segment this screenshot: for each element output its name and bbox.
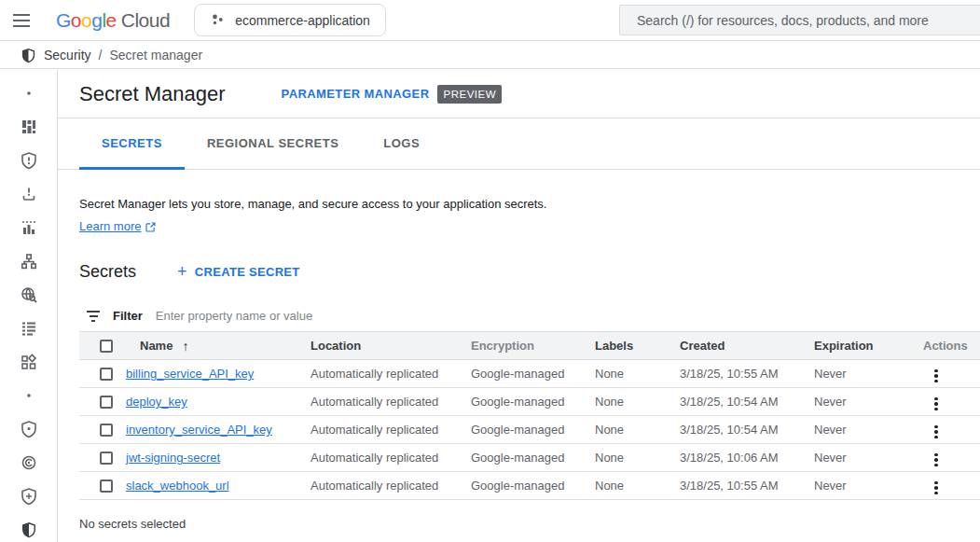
- select-all-checkbox[interactable]: [100, 340, 113, 353]
- create-secret-label: CREATE SECRET: [195, 265, 300, 279]
- secret-manager-shield-icon[interactable]: [0, 513, 58, 542]
- column-header-expiration[interactable]: Expiration: [814, 332, 923, 360]
- cell-labels: None: [595, 360, 680, 388]
- globe-search-icon[interactable]: [0, 278, 58, 312]
- breadcrumb-separator: /: [99, 48, 103, 63]
- cell-created: 3/18/25, 10:55 AM: [680, 360, 814, 388]
- cell-location: Automatically replicated: [311, 360, 471, 388]
- create-secret-button[interactable]: + CREATE SECRET: [177, 263, 300, 280]
- row-actions-menu-icon[interactable]: [929, 478, 944, 499]
- cell-expiration: Never: [814, 360, 923, 388]
- secret-name-link[interactable]: inventory_service_API_key: [126, 423, 272, 437]
- compliance-dial-icon[interactable]: [0, 446, 58, 479]
- shield-alert-icon[interactable]: [0, 144, 58, 177]
- cell-created: 3/18/25, 10:54 AM: [680, 416, 814, 444]
- project-selector[interactable]: ecommerce-application: [194, 4, 386, 36]
- network-topology-icon[interactable]: [0, 244, 58, 278]
- cell-created: 3/18/25, 10:54 AM: [680, 388, 814, 416]
- row-checkbox[interactable]: [100, 452, 113, 465]
- tab-bar: SECRETS REGIONAL SECRETS LOGS: [58, 118, 980, 170]
- table-row: deploy_key Automatically replicated Goog…: [79, 388, 980, 416]
- google-logo-letters: Google: [56, 9, 117, 32]
- page-title: Secret Manager: [79, 82, 226, 106]
- dot-icon[interactable]: [0, 379, 58, 412]
- cell-labels: None: [595, 444, 680, 472]
- column-header-created[interactable]: Created: [680, 332, 814, 360]
- dense-list-icon[interactable]: [0, 312, 58, 345]
- security-nav-sidebar: [0, 70, 58, 542]
- preview-badge: PREVIEW: [437, 85, 502, 104]
- dot-icon[interactable]: [0, 76, 58, 110]
- filter-bar: Filter: [79, 300, 980, 331]
- cell-expiration: Never: [814, 416, 923, 444]
- cell-location: Automatically replicated: [311, 444, 471, 472]
- cell-created: 3/18/25, 10:06 AM: [680, 444, 814, 472]
- tab-secrets[interactable]: SECRETS: [79, 118, 185, 170]
- main-content: Secret Manager PARAMETER MANAGER PREVIEW…: [58, 70, 980, 542]
- row-checkbox[interactable]: [100, 368, 113, 381]
- filter-label: Filter: [113, 309, 143, 323]
- top-app-bar: Google Cloud ecommerce-application: [0, 0, 980, 41]
- row-checkbox[interactable]: [100, 479, 113, 493]
- column-header-actions: Actions: [923, 332, 980, 360]
- cell-location: Automatically replicated: [311, 416, 471, 444]
- global-search: [619, 5, 980, 35]
- row-checkbox[interactable]: [100, 396, 113, 409]
- cell-encryption: Google-managed: [471, 360, 595, 388]
- breadcrumb-security[interactable]: Security: [44, 48, 91, 63]
- row-actions-menu-icon[interactable]: [929, 394, 944, 415]
- cell-encryption: Google-managed: [471, 416, 595, 444]
- cell-expiration: Never: [814, 444, 923, 472]
- column-header-name[interactable]: Name: [140, 339, 173, 353]
- bar-chart-icon[interactable]: [0, 211, 58, 244]
- column-header-labels[interactable]: Labels: [595, 332, 680, 360]
- row-actions-menu-icon[interactable]: [929, 366, 944, 387]
- project-dots-icon: [210, 12, 226, 28]
- secret-name-link[interactable]: deploy_key: [126, 395, 187, 409]
- secret-name-link[interactable]: slack_webhook_url: [126, 479, 229, 493]
- table-row: inventory_service_API_key Automatically …: [79, 416, 980, 444]
- description-block: Secret Manager lets you store, manage, a…: [58, 170, 980, 235]
- cloud-wordmark: Cloud: [121, 9, 170, 32]
- hamburger-menu-icon[interactable]: [0, 0, 43, 41]
- column-header-location[interactable]: Location: [311, 332, 471, 360]
- shield-plus-icon[interactable]: [0, 479, 58, 513]
- table-row: slack_webhook_url Automatically replicat…: [79, 472, 980, 500]
- secret-name-link[interactable]: billing_service_API_key: [126, 367, 254, 381]
- cell-expiration: Never: [814, 388, 923, 416]
- row-actions-menu-icon[interactable]: [929, 450, 944, 471]
- cell-labels: None: [595, 472, 680, 500]
- breadcrumb: Security / Secret manager: [0, 42, 980, 69]
- shield-check-icon[interactable]: [0, 412, 58, 446]
- description-text: Secret Manager lets you store, manage, a…: [79, 196, 980, 213]
- secrets-section-header: Secrets + CREATE SECRET: [58, 259, 980, 284]
- selection-status: No secrets selected: [79, 517, 980, 531]
- security-shield-icon: [21, 48, 36, 63]
- search-input[interactable]: [620, 13, 980, 28]
- dashboard-blocks-icon[interactable]: [0, 110, 58, 144]
- sort-ascending-icon[interactable]: ↑: [182, 339, 188, 354]
- secret-name-link[interactable]: jwt-signing-secret: [126, 451, 220, 465]
- cell-created: 3/18/25, 10:55 AM: [680, 472, 814, 500]
- learn-more-link[interactable]: Learn more: [79, 218, 141, 235]
- page-header: Secret Manager PARAMETER MANAGER PREVIEW: [58, 70, 980, 118]
- row-checkbox[interactable]: [100, 424, 113, 437]
- cell-location: Automatically replicated: [311, 472, 471, 500]
- secrets-section-title: Secrets: [79, 262, 136, 282]
- tray-alert-icon[interactable]: [0, 177, 58, 211]
- plus-icon: +: [177, 263, 187, 280]
- secrets-table: Name ↑ Location Encryption Labels Create…: [79, 331, 980, 500]
- tab-regional-secrets[interactable]: REGIONAL SECRETS: [185, 118, 361, 170]
- breadcrumb-secret-manager: Secret manager: [109, 48, 202, 63]
- filter-input[interactable]: [156, 309, 980, 323]
- tab-logs[interactable]: LOGS: [361, 118, 442, 170]
- parameter-manager-link[interactable]: PARAMETER MANAGER: [282, 87, 430, 101]
- cell-location: Automatically replicated: [311, 388, 471, 416]
- cell-labels: None: [595, 388, 680, 416]
- shapes-grid-icon[interactable]: [0, 345, 58, 379]
- cell-encryption: Google-managed: [471, 444, 595, 472]
- cell-expiration: Never: [814, 472, 923, 500]
- cell-encryption: Google-managed: [471, 472, 595, 500]
- filter-icon: [87, 311, 100, 322]
- row-actions-menu-icon[interactable]: [929, 422, 944, 443]
